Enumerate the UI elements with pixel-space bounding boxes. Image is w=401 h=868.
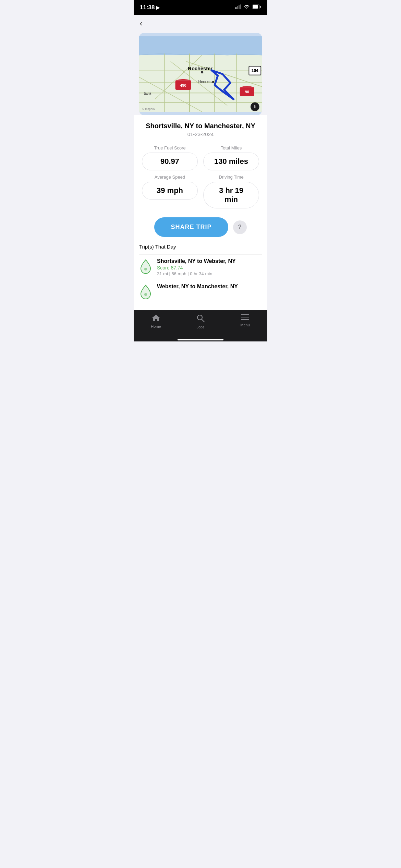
- home-icon: [151, 314, 160, 323]
- trip-name-1: Shortsville, NY to Webster, NY: [157, 258, 236, 264]
- content-area: Shortsville, NY to Manchester, NY 01-23-…: [134, 115, 267, 310]
- nav-jobs-label: Jobs: [196, 325, 204, 329]
- back-nav-area: ‹: [134, 15, 267, 30]
- drop-icon-1: [139, 259, 152, 275]
- true-fuel-value: 90.97: [142, 153, 198, 170]
- driving-time-stat: Driving Time 3 hr 19 min: [203, 174, 259, 208]
- total-miles-label: Total Miles: [221, 145, 242, 150]
- nav-home[interactable]: Home: [134, 314, 178, 328]
- nav-menu-label: Menu: [240, 323, 250, 327]
- svg-point-31: [212, 81, 214, 83]
- trip-info-2: Webster, NY to Manchester, NY: [157, 284, 238, 290]
- bottom-nav: Home Jobs Menu: [134, 310, 267, 339]
- home-bar: [178, 339, 223, 340]
- trip-title: Shortsville, NY to Manchester, NY: [141, 122, 260, 130]
- svg-text:tavia: tavia: [144, 92, 151, 95]
- help-button[interactable]: ?: [233, 220, 247, 234]
- svg-line-38: [202, 320, 204, 322]
- status-time: 11:38 ▶: [140, 4, 160, 11]
- trip-info-1: Shortsville, NY to Webster, NY Score 87.…: [157, 258, 236, 276]
- share-trip-button[interactable]: SHARE TRIP: [154, 217, 228, 237]
- svg-text:Rochester: Rochester: [188, 66, 212, 71]
- trip-details-1: 31 mi | 56 mph | 0 hr 34 min: [157, 271, 236, 276]
- trip-name-2: Webster, NY to Manchester, NY: [157, 284, 238, 290]
- back-button[interactable]: ‹: [140, 19, 142, 28]
- stats-grid: True Fuel Score 90.97 Total Miles 130 mi…: [134, 139, 267, 215]
- nav-jobs[interactable]: Jobs: [178, 314, 223, 329]
- search-icon: [196, 314, 205, 324]
- svg-text:90: 90: [245, 90, 249, 94]
- svg-rect-5: [253, 5, 258, 9]
- driving-time-value: 3 hr 19 min: [203, 182, 259, 208]
- map-container: Rochester Henrietta tavia 490 90 104 ℹ ©…: [139, 33, 262, 115]
- svg-text:490: 490: [180, 83, 186, 87]
- avg-speed-label: Average Speed: [155, 174, 185, 180]
- nav-menu[interactable]: Menu: [223, 314, 267, 327]
- svg-rect-0: [235, 7, 236, 9]
- wifi-icon: [244, 4, 250, 11]
- total-miles-value: 130 miles: [203, 153, 259, 170]
- true-fuel-stat: True Fuel Score 90.97: [142, 145, 198, 170]
- svg-text:Henrietta: Henrietta: [198, 80, 214, 84]
- svg-point-30: [201, 71, 203, 73]
- trips-section-label: Trip(s) That Day: [139, 244, 262, 250]
- share-area: SHARE TRIP ?: [134, 215, 267, 244]
- menu-icon: [241, 314, 250, 322]
- avg-speed-value: 39 mph: [142, 182, 198, 200]
- status-bar: 11:38 ▶: [134, 0, 267, 15]
- svg-point-35: [144, 268, 147, 270]
- trip-header: Shortsville, NY to Manchester, NY 01-23-…: [134, 115, 267, 139]
- trips-section: Trip(s) That Day Shortsville, NY to Webs…: [134, 244, 267, 303]
- svg-rect-3: [240, 4, 241, 9]
- svg-rect-2: [239, 5, 240, 9]
- driving-time-label: Driving Time: [219, 174, 243, 180]
- svg-point-37: [197, 315, 202, 320]
- svg-text:104: 104: [252, 68, 258, 73]
- signal-icon: [235, 4, 242, 11]
- svg-rect-1: [237, 6, 238, 9]
- nav-home-label: Home: [151, 324, 161, 328]
- battery-icon: [252, 4, 261, 11]
- location-icon: ▶: [156, 5, 160, 10]
- trip-score-1: Score 87.74: [157, 265, 236, 270]
- true-fuel-label: True Fuel Score: [154, 145, 186, 150]
- avg-speed-stat: Average Speed 39 mph: [142, 174, 198, 208]
- svg-point-36: [144, 293, 147, 296]
- home-indicator: [134, 339, 267, 341]
- list-item: Shortsville, NY to Webster, NY Score 87.…: [139, 254, 262, 280]
- total-miles-stat: Total Miles 130 miles: [203, 145, 259, 170]
- svg-text:© mapbox: © mapbox: [142, 108, 156, 111]
- list-item: Webster, NY to Manchester, NY: [139, 280, 262, 303]
- drop-icon-2: [139, 284, 152, 300]
- trip-date: 01-23-2024: [141, 131, 260, 137]
- status-right: [235, 4, 261, 11]
